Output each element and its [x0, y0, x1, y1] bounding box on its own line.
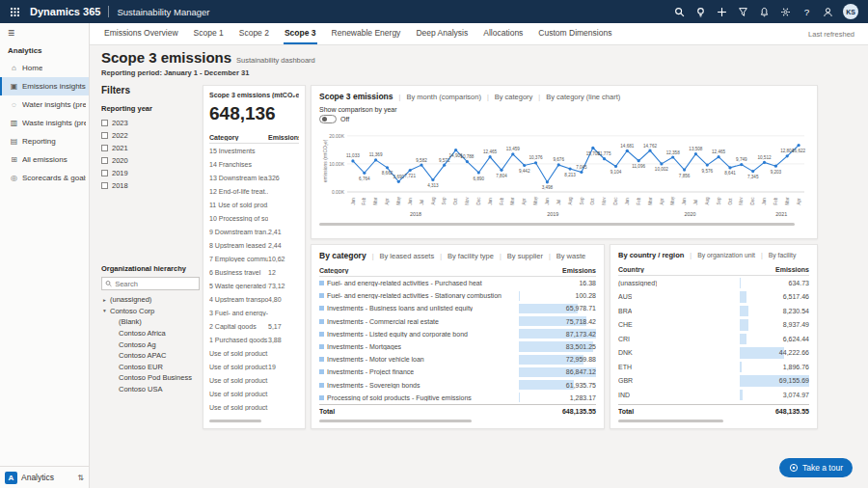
add-icon[interactable] — [716, 6, 727, 17]
table-row[interactable]: Use of sold product... — [209, 387, 299, 400]
tree-item[interactable]: Contoso USA — [101, 384, 200, 395]
table-row[interactable]: Processing of sold products - Fugitive e… — [319, 392, 596, 404]
card-tab-by-leased-assets[interactable]: By leased assets — [380, 252, 435, 260]
table-row[interactable]: 11 Use of sold prod... — [209, 198, 299, 211]
year-checkbox-2022[interactable]: 2022 — [101, 129, 200, 142]
table-row[interactable]: Fuel- and energy-related activities - Pu… — [319, 277, 596, 289]
table-row[interactable]: 12 End-of-life treat... — [209, 184, 299, 198]
tab-scope-2[interactable]: Scope 2 — [238, 23, 270, 44]
card-tab-by-category[interactable]: By category — [495, 93, 533, 101]
table-row[interactable]: CRI6,624.44 — [618, 332, 809, 346]
card-tab-by-category-line-chart-[interactable]: By category (line chart) — [546, 93, 620, 101]
line-chart[interactable]: 0.00K10.00K20.00Kemissions (mtCO₂e)11,03… — [319, 124, 811, 221]
sidebar-item-water-insights[interactable]: ◌Water insights (previ... — [0, 95, 89, 114]
horizontal-scrollbar[interactable] — [319, 223, 795, 226]
tab-allocations[interactable]: Allocations — [482, 23, 524, 44]
table-row[interactable]: Investments - Project finance86,847.12 — [319, 366, 596, 378]
card-tab-by-supplier[interactable]: By supplier — [507, 252, 543, 260]
horizontal-scrollbar[interactable] — [618, 420, 723, 422]
horizontal-scrollbar[interactable] — [319, 420, 472, 422]
tab-deep-analysis[interactable]: Deep Analysis — [415, 23, 469, 44]
sidebar-item-emissions-insights[interactable]: ▣Emissions insights — [0, 77, 89, 95]
tree-caret-icon[interactable]: ▸ — [101, 297, 108, 303]
brand-title[interactable]: Dynamics 365 — [30, 6, 100, 17]
tree-item[interactable]: Contoso Ag — [101, 339, 200, 350]
tab-custom-dimensions[interactable]: Custom Dimensions — [537, 23, 612, 44]
app-name[interactable]: Sustainability Manager — [117, 7, 209, 17]
table-row[interactable]: 5 Waste generated i...73,12 — [209, 279, 299, 292]
table-row[interactable]: DNK44,222.66 — [618, 346, 809, 361]
table-row[interactable]: Investments - Business loans and unliste… — [319, 302, 596, 314]
card-tab-by-country-region[interactable]: By country / region — [618, 251, 684, 259]
tree-item[interactable]: Contoso Pod Business — [101, 372, 200, 384]
table-row[interactable]: 6 Business travel12 — [209, 265, 299, 279]
person-icon[interactable] — [822, 6, 833, 17]
sidebar-area-switcher[interactable]: A Analytics ⇅ — [0, 466, 89, 488]
tree-item[interactable]: ▾Contoso Corp — [101, 306, 200, 317]
tree-item[interactable]: ▸(unassigned) — [101, 294, 200, 306]
search-icon[interactable] — [673, 6, 685, 17]
year-checkbox-2018[interactable]: 2018 — [101, 179, 200, 192]
account-avatar[interactable]: KS — [843, 4, 858, 19]
area-switcher-icon[interactable]: ⇅ — [77, 474, 84, 482]
card-tab-by-organization-unit[interactable]: By organization unit — [697, 252, 755, 258]
hamburger-menu-icon[interactable]: ≡ — [0, 23, 89, 40]
tab-renewable-energy[interactable]: Renewable Energy — [331, 23, 402, 44]
tab-scope-3[interactable]: Scope 3 — [284, 23, 317, 44]
table-row[interactable]: Use of sold product... — [209, 400, 299, 414]
help-icon[interactable]: ? — [800, 6, 812, 17]
table-row[interactable]: 3 Fuel- and energy-... — [209, 306, 299, 319]
table-row[interactable]: BRA8,230.54 — [618, 304, 809, 318]
sidebar-item-all-emissions[interactable]: ⊞All emissions — [0, 150, 89, 169]
tree-caret-icon[interactable]: ▾ — [101, 308, 108, 313]
horizontal-scrollbar[interactable] — [209, 420, 261, 422]
card-tab-scope-3-emissions[interactable]: Scope 3 emissions — [319, 92, 393, 101]
tree-item[interactable]: Contoso APAC — [101, 350, 200, 362]
sidebar-item-reporting[interactable]: ▤Reporting — [0, 132, 89, 150]
card-tab-by-category[interactable]: By category — [319, 251, 366, 260]
comparison-toggle[interactable] — [319, 115, 337, 123]
table-row[interactable]: 2 Capital goods5,17 — [209, 319, 299, 333]
take-a-tour-button[interactable]: Take a tour — [779, 458, 853, 477]
table-row[interactable]: Investments - Commercial real estate75,7… — [319, 315, 596, 328]
year-checkbox-2023[interactable]: 2023 — [101, 117, 200, 129]
tree-item[interactable]: Contoso EUR — [101, 362, 200, 373]
table-row[interactable]: Fuel- and energy-related activities - St… — [319, 289, 596, 302]
year-checkbox-2021[interactable]: 2021 — [101, 142, 200, 154]
table-row[interactable]: 9 Downstream tran...2,41 — [209, 225, 299, 238]
table-row[interactable]: 15 Investments — [209, 144, 299, 157]
table-row[interactable]: Investments - Listed equity and corporat… — [319, 328, 596, 340]
app-launcher-icon[interactable] — [10, 6, 22, 18]
table-row[interactable]: Use of sold product... — [209, 373, 299, 387]
year-checkbox-2019[interactable]: 2019 — [101, 167, 200, 179]
tree-item[interactable]: Contoso Africa — [101, 328, 200, 339]
card-tab-by-facility[interactable]: By facility — [769, 252, 797, 258]
org-search-box[interactable] — [101, 277, 200, 290]
table-row[interactable]: 8 Upstream leased ...2,44 — [209, 238, 299, 252]
sidebar-item-home[interactable]: ⌂Home — [0, 59, 89, 77]
table-row[interactable]: GBR69,155.69 — [618, 374, 809, 389]
card-tab-by-waste[interactable]: By waste — [556, 252, 585, 260]
sidebar-item-waste-insights[interactable]: ▥Waste insights (previ... — [0, 114, 89, 132]
table-row[interactable]: ETH1,896.76 — [618, 360, 809, 374]
table-row[interactable]: 10 Processing of sol... — [209, 211, 299, 225]
table-row[interactable]: 14 Franchises — [209, 157, 299, 171]
tree-item[interactable]: (Blank) — [101, 316, 200, 328]
table-row[interactable]: Investments - Mortgages83,501.25 — [319, 340, 596, 353]
ideas-icon[interactable] — [694, 6, 706, 17]
table-row[interactable]: AUS6,517.46 — [618, 290, 809, 305]
card-tab-by-facility-type[interactable]: By facility type — [448, 252, 494, 260]
tab-scope-1[interactable]: Scope 1 — [193, 23, 225, 44]
table-row[interactable]: Use of sold product...19 — [209, 360, 299, 373]
table-row[interactable]: (unassigned)634.73 — [618, 276, 809, 290]
org-search-input[interactable] — [115, 280, 196, 288]
card-tab-by-month-comparison-[interactable]: By month (comparison) — [406, 93, 481, 101]
filter-icon[interactable] — [737, 6, 748, 17]
year-checkbox-2020[interactable]: 2020 — [101, 154, 200, 167]
table-row[interactable]: 4 Upstream transpo...4,80 — [209, 292, 299, 306]
table-row[interactable]: CHE8,937.49 — [618, 318, 809, 333]
notifications-icon[interactable] — [758, 6, 770, 17]
table-row[interactable]: 13 Downstream lea...326 — [209, 171, 299, 184]
table-row[interactable]: IND3,074.97 — [618, 388, 809, 402]
settings-icon[interactable] — [779, 6, 791, 17]
